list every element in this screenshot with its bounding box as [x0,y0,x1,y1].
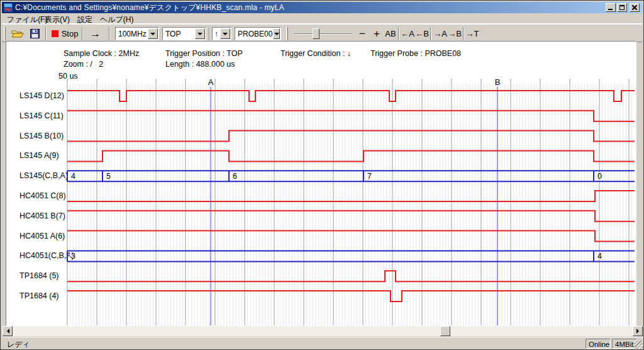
zoom-in-button[interactable]: + [370,26,383,41]
ab-label: AB [385,29,396,38]
zoom-out-button[interactable]: − [356,26,369,41]
toolbar-separator [82,27,83,40]
sample-rate-select[interactable]: 100MHz [115,27,159,40]
time-scale-label: 50 us [58,72,78,81]
toolbar-separator [45,27,47,40]
toolbar-separator [398,27,399,40]
trigger-position-select[interactable]: TOP [162,27,206,40]
left-b-icon: ←B [415,29,429,38]
toolbar-gripper [286,27,288,40]
dropdown-arrow-icon[interactable] [273,28,280,39]
horizontal-scrollbar[interactable] [3,326,643,336]
status-ready-text: レディ [7,339,30,350]
sample-clock-text: Sample Clock : 2MHz [64,49,139,58]
waveform-view[interactable] [6,41,636,326]
save-floppy-icon [30,29,40,38]
online-status-badge: Online [586,339,611,349]
window-title: C:¥Documents and Settings¥noname¥デスクトップ¥… [15,3,284,13]
trigger-edge-value: ↑ [213,28,219,40]
channel-label: HC4051 C(8) [19,191,66,200]
run-button[interactable]: → [85,26,106,41]
ab-span-button[interactable]: AB [384,26,397,41]
channel-label: LS145 D(12) [19,91,64,100]
menu-bar: ファイル(F) 表示(V) 設定 ヘルプ(H) [2,13,642,24]
move-b-left-button[interactable]: ←B [415,26,429,41]
zoom-slider-track[interactable] [294,33,352,35]
toolbar-separator [109,27,110,40]
open-file-button[interactable] [9,26,26,41]
goto-trigger-button[interactable]: →T [465,26,479,41]
zoom-slider-thumb[interactable] [313,28,319,39]
app-icon [4,3,13,12]
resize-grip-icon[interactable] [635,341,643,349]
toolbar-separator [463,27,464,40]
length-text: Length : 488.000 us [165,60,235,69]
toolbar-separator [209,27,210,40]
toolbar-separator [430,27,431,40]
scroll-left-button[interactable] [3,326,13,336]
dropdown-arrow-icon[interactable] [220,28,230,39]
channel-label: LS145 B(10) [19,132,64,140]
stop-label: Stop [62,29,79,38]
trigger-position-value: TOP [163,28,194,40]
channel-label: TP1684 (4) [19,291,59,300]
toolbar-gripper [4,27,6,40]
minimize-button[interactable] [606,3,616,12]
channel-label: HC4051 A(6) [19,232,65,240]
channel-label: HC4051(C,B,A) [19,251,74,260]
trigger-condition-text: Trigger Condition : ↓ [280,49,351,58]
sample-rate-value: 100MHz [116,28,147,40]
minimize-icon [608,9,613,10]
trigger-edge-select[interactable]: ↑ [212,27,231,40]
title-bar: C:¥Documents and Settings¥noname¥デスクトップ¥… [2,2,642,13]
right-t-icon: →T [466,29,479,38]
channel-label: TP1684 (5) [19,271,59,280]
scroll-right-icon [636,329,641,334]
plus-icon: + [374,28,380,40]
scroll-right-button[interactable] [633,326,643,336]
channel-label: LS145(C,B,A) [19,171,68,180]
move-a-left-button[interactable]: ←A [401,26,414,41]
run-arrow-icon: → [90,28,101,40]
right-a-icon: →A [433,29,447,38]
channel-label: HC4051 B(7) [19,212,65,220]
memory-size-badge: 4MBit [612,339,637,349]
stop-button[interactable]: Stop [50,26,80,41]
open-folder-icon [11,29,24,38]
probe-value: PROBE00 [235,28,272,40]
left-a-icon: ←A [401,29,414,38]
maximize-icon [619,5,625,10]
toolbar: Stop → 100MHz TOP ↑ PROBE00 − + AB [2,24,642,42]
move-b-right-button[interactable]: →B [448,26,462,41]
maximize-button[interactable] [617,3,627,12]
trigger-position-text: Trigger Position : TOP [165,49,243,58]
status-bar: レディ Online 4MBit [2,337,643,349]
channel-label: LS145 A(9) [19,151,59,160]
stop-square-icon [52,30,58,37]
close-button[interactable] [630,3,640,12]
dropdown-arrow-icon[interactable] [195,28,205,39]
right-b-icon: →B [448,29,462,38]
trigger-probe-text: Trigger Probe : PROBE08 [370,49,461,58]
zoom-text: Zoom : / 2 [64,60,103,69]
save-file-button[interactable] [27,26,42,41]
minus-icon: − [359,28,365,40]
scrollbar-thumb[interactable] [440,326,450,336]
channel-label: LS145 C(11) [19,111,64,120]
scroll-left-icon [4,329,9,334]
move-a-right-button[interactable]: →A [433,26,447,41]
probe-select[interactable]: PROBE00 [235,27,281,40]
dropdown-arrow-icon[interactable] [148,28,158,39]
app-window: C:¥Documents and Settings¥noname¥デスクトップ¥… [0,0,644,350]
